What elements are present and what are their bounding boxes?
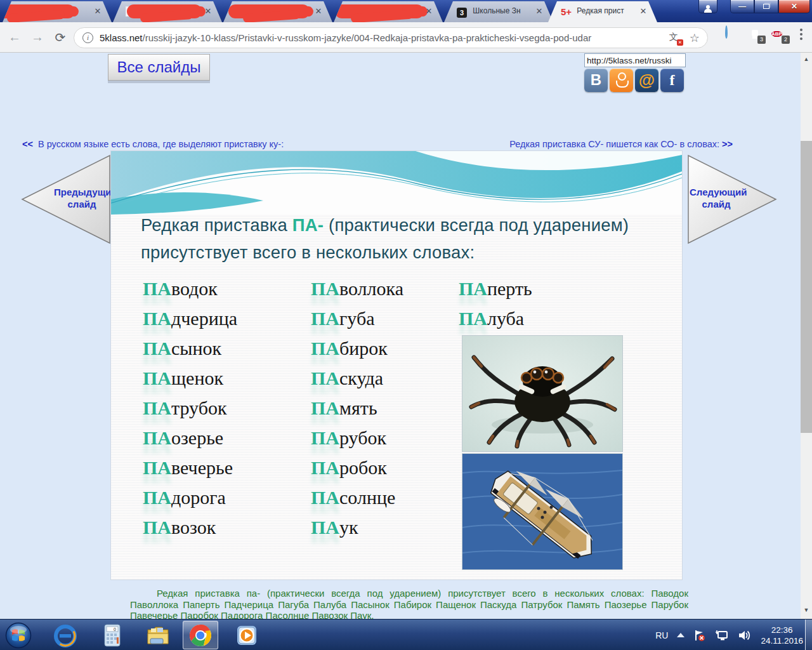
tab-4[interactable]: ✕ (334, 1, 443, 22)
word-rest: солнце (339, 487, 395, 508)
action-center-flag-icon[interactable] (693, 629, 706, 642)
next-slide-label: Следующий слайд (690, 186, 743, 210)
facebook-icon[interactable]: f (660, 69, 684, 92)
prefix-pa: ПА (143, 517, 171, 538)
internet-explorer-button[interactable] (52, 622, 79, 649)
tab-close-icon[interactable]: ✕ (313, 6, 324, 17)
browser-toolbar: ← → ⟳ i 5klass.net/russkij-jazyk-10-klas… (0, 22, 812, 53)
scroll-up-icon[interactable]: ▲ (801, 54, 812, 64)
explorer-folder-button[interactable] (145, 622, 171, 649)
mailru-icon[interactable]: @ (635, 69, 658, 92)
word-item: ПАлуба (459, 306, 532, 336)
share-url-input[interactable] (584, 53, 686, 67)
chrome-button[interactable] (187, 622, 214, 649)
system-tray: RU 22:36 24.11.2016 (655, 620, 803, 650)
page-scrollbar[interactable]: ▲ ▼ (801, 53, 812, 619)
word-item: ПАволлока (311, 276, 403, 306)
word-rest: сынок (171, 338, 221, 359)
maximize-button[interactable] (754, 0, 778, 13)
tab-label: Школьные Зн (473, 6, 520, 15)
close-button[interactable]: ✕ (778, 0, 810, 13)
slide-footer-text: Редкая приставка па- (практически всегда… (130, 588, 688, 619)
forward-icon[interactable]: → (29, 30, 46, 44)
presentation-slide: Редкая приставка ПА- (практически всегда… (111, 151, 682, 580)
scrollbar-thumb[interactable] (801, 141, 812, 433)
social-icons: В @ f (584, 69, 687, 92)
restore-icon (763, 4, 769, 9)
back-icon[interactable]: ← (6, 30, 23, 44)
all-slides-button[interactable]: Все слайды (108, 54, 210, 81)
prefix-pa: ПА (311, 517, 339, 538)
tab-close-icon[interactable]: ✕ (638, 6, 648, 17)
clock[interactable]: 22:36 24.11.2016 (761, 625, 803, 646)
next-topic-link[interactable]: Редкая приставка СУ- пишется как СО- в с… (509, 139, 733, 149)
show-desktop-button[interactable] (805, 620, 812, 650)
word-rest: губа (339, 308, 375, 329)
address-bar[interactable]: i 5klass.net/russkij-jazyk-10-klass/Pris… (74, 27, 708, 48)
water-drop-icon (725, 25, 728, 39)
network-icon[interactable] (715, 629, 729, 642)
start-button[interactable] (5, 622, 32, 649)
abp-badge: 2 (782, 36, 790, 44)
znanija-favicon: 3 (457, 8, 467, 18)
tab-2[interactable]: ✕ (113, 1, 222, 22)
tab-close-icon[interactable]: ✕ (424, 6, 434, 17)
chrome-icon (187, 622, 214, 649)
vk-icon[interactable]: В (584, 69, 608, 92)
bookmark-star-icon[interactable]: ☆ (690, 32, 700, 44)
tray-expand-icon[interactable] (677, 633, 684, 637)
media-player-button[interactable] (233, 622, 260, 649)
word-rest: водок (171, 278, 218, 299)
word-rest: рубок (339, 427, 386, 448)
user-icon (705, 3, 711, 10)
word-column-1: ПАводокПАдчерицаПАсынокПАщенокПАтрубокПА… (143, 276, 237, 545)
url-path: /russkij-jazyk-10-klass/Pristavki-v-russ… (143, 32, 592, 43)
language-indicator[interactable]: RU (655, 630, 668, 640)
tab-1[interactable]: ✕ (3, 1, 112, 22)
word-rest: дорога (171, 487, 226, 508)
extension-adblock-plus[interactable]: ABP2 (771, 27, 787, 42)
prefix-pa: ПА (143, 457, 171, 478)
url-domain: 5klass.net (100, 32, 143, 43)
window-controls: — ✕ (698, 0, 810, 13)
next-slide-button[interactable]: Следующий слайд (687, 154, 777, 244)
tab-label: Редкая прист (577, 6, 624, 15)
word-item: ПАук (311, 515, 403, 545)
profile-button[interactable] (698, 0, 717, 13)
reload-icon[interactable]: ⟳ (52, 30, 69, 45)
info-icon[interactable]: i (82, 32, 93, 43)
prefix-pa: ПА (143, 308, 171, 329)
word-item: ПАрубок (311, 425, 403, 455)
webpage-content: Все слайды В @ f << В русском языке есть… (0, 53, 801, 619)
tab-close-icon[interactable]: ✕ (203, 6, 213, 17)
word-item: ПАгуба (311, 306, 403, 336)
word-rest: ук (339, 517, 358, 538)
word-item: ПАсынок (143, 336, 237, 366)
previous-slide-button[interactable]: Предыдущий слайд (21, 154, 111, 244)
prev-topic-link[interactable]: << В русском языке есть слова, где выдел… (22, 139, 284, 149)
chrome-menu-icon[interactable] (796, 27, 807, 42)
prev-arrows: << (22, 139, 33, 149)
word-item: ПАтрубок (143, 395, 237, 425)
odnoklassniki-icon[interactable] (610, 69, 633, 92)
tab-shkolnye-znanija[interactable]: 3 Школьные Зн ✕ (444, 1, 553, 22)
word-rest: луба (487, 308, 524, 329)
prefix-pa: ПА (143, 427, 171, 448)
desktop: ✕ ✕ ✕ ✕ 3 Школьные Зн ✕ 5+ Редкая прист (0, 0, 812, 650)
translate-icon[interactable] (669, 32, 682, 44)
extension-drop[interactable] (723, 27, 738, 42)
extension-blocker[interactable]: 3 (747, 27, 763, 42)
word-item: ПАводок (143, 276, 237, 306)
tab-close-icon[interactable]: ✕ (93, 6, 103, 17)
minimize-button[interactable]: — (730, 0, 754, 13)
tab-redkaja-pristavka-active[interactable]: 5+ Редкая прист ✕ (548, 1, 657, 22)
url-text[interactable]: 5klass.net/russkij-jazyk-10-klass/Prista… (100, 32, 658, 43)
extension-icons: 3 ABP2 (723, 27, 807, 42)
tab-close-icon[interactable]: ✕ (534, 6, 544, 17)
tab-3[interactable]: ✕ (223, 1, 332, 22)
scroll-down-icon[interactable]: ▼ (801, 605, 812, 615)
calculator-button[interactable]: 0 (99, 622, 126, 649)
word-item: ПАвозок (143, 515, 237, 545)
volume-icon[interactable] (738, 629, 752, 642)
word-rest: трубок (171, 397, 227, 418)
